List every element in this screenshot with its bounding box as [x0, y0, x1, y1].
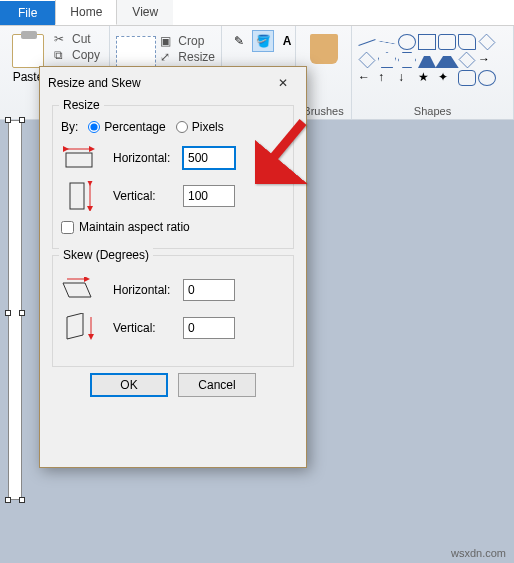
cancel-button[interactable]: Cancel [178, 373, 256, 397]
clipboard-icon [12, 34, 44, 68]
ok-button[interactable]: OK [90, 373, 168, 397]
skew-fieldset: Skew (Degrees) Horizontal: Vertical: [52, 255, 294, 367]
resize-handle[interactable] [5, 117, 11, 123]
radio-pixels-input[interactable] [176, 121, 188, 133]
shapes-gallery[interactable]: → ←↑↓★✦ [358, 34, 496, 86]
resize-handle[interactable] [5, 497, 11, 503]
shapes-label: Shapes [358, 103, 507, 117]
canvas[interactable] [8, 120, 22, 500]
brush-icon [310, 34, 338, 64]
text-tool[interactable]: A [276, 30, 298, 52]
tab-home[interactable]: Home [55, 0, 117, 25]
resize-legend: Resize [59, 98, 104, 112]
svg-rect-0 [66, 153, 92, 167]
resize-fieldset: Resize By: Percentage Pixels Horizontal:… [52, 105, 294, 249]
maintain-ratio-checkbox[interactable]: Maintain aspect ratio [61, 220, 285, 234]
skew-horizontal-input[interactable] [183, 279, 235, 301]
by-label: By: [61, 120, 78, 134]
skew-v-diagram [61, 314, 97, 342]
svg-rect-2 [70, 183, 84, 209]
resize-handle[interactable] [19, 497, 25, 503]
radio-percentage-input[interactable] [88, 121, 100, 133]
cut-button[interactable]: ✂Cut [54, 32, 100, 46]
copy-icon: ⧉ [54, 48, 68, 62]
menu-tabs: File Home View [0, 0, 514, 26]
brushes-label[interactable]: Brushes [302, 103, 345, 117]
dialog-titlebar[interactable]: Resize and Skew ✕ [40, 67, 306, 99]
crop-button[interactable]: ▣Crop [160, 34, 215, 48]
dialog-title: Resize and Skew [48, 76, 141, 90]
resize-h-diagram [61, 144, 97, 172]
resize-ribbon-button[interactable]: ⤢Resize [160, 50, 215, 64]
resize-handle[interactable] [5, 310, 11, 316]
pencil-tool[interactable]: ✎ [228, 30, 250, 52]
skew-vertical-input[interactable] [183, 317, 235, 339]
resize-vertical-input[interactable] [183, 185, 235, 207]
tool-row: ✎ 🪣 A [228, 30, 298, 52]
skew-v-label: Vertical: [113, 321, 183, 335]
tab-view[interactable]: View [117, 0, 173, 25]
fill-tool[interactable]: 🪣 [252, 30, 274, 52]
resize-icon: ⤢ [160, 50, 174, 64]
tab-file[interactable]: File [0, 1, 55, 25]
close-button[interactable]: ✕ [268, 73, 298, 93]
radio-percentage[interactable]: Percentage [88, 120, 165, 134]
resize-handle[interactable] [19, 310, 25, 316]
resize-h-label: Horizontal: [113, 151, 183, 165]
watermark: wsxdn.com [451, 547, 506, 559]
resize-v-diagram [61, 182, 97, 210]
skew-h-diagram [61, 276, 97, 304]
skew-h-label: Horizontal: [113, 283, 183, 297]
skew-legend: Skew (Degrees) [59, 248, 153, 262]
crop-icon: ▣ [160, 34, 174, 48]
svg-marker-4 [63, 283, 91, 297]
svg-marker-6 [67, 313, 83, 339]
resize-skew-dialog: Resize and Skew ✕ Resize By: Percentage … [39, 66, 307, 468]
resize-v-label: Vertical: [113, 189, 183, 203]
resize-horizontal-input[interactable] [183, 147, 235, 169]
scissors-icon: ✂ [54, 32, 68, 46]
resize-handle[interactable] [19, 117, 25, 123]
maintain-ratio-input[interactable] [61, 221, 74, 234]
radio-pixels[interactable]: Pixels [176, 120, 224, 134]
copy-button[interactable]: ⧉Copy [54, 48, 100, 62]
